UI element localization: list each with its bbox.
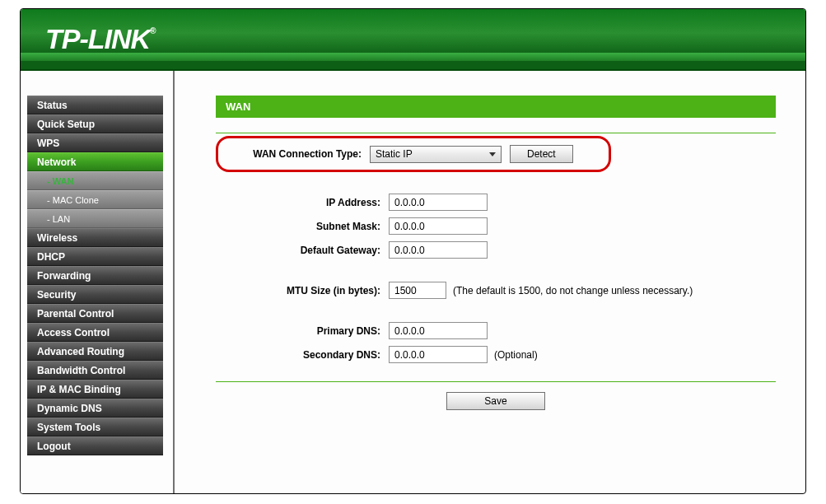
- sidebar-item[interactable]: Bandwidth Control: [27, 361, 163, 380]
- save-button[interactable]: Save: [446, 392, 545, 410]
- sidebar-item[interactable]: Forwarding: [27, 266, 163, 285]
- save-row: Save: [216, 381, 776, 410]
- header-stripe: [21, 53, 805, 61]
- divider: [216, 133, 776, 133]
- sidebar-subitem[interactable]: - MAC Clone: [27, 190, 163, 209]
- secondary-dns-label: Secondary DNS:: [216, 349, 389, 361]
- sidebar-item[interactable]: Advanced Routing: [27, 342, 163, 361]
- connection-type-dropdown[interactable]: Static IP: [370, 146, 502, 163]
- default-gateway-label: Default Gateway:: [216, 245, 389, 256]
- mtu-size-hint: (The default is 1500, do not change unle…: [453, 285, 693, 296]
- mtu-size-input[interactable]: [389, 282, 446, 299]
- chevron-down-icon: [489, 152, 496, 156]
- connection-type-highlight: WAN Connection Type: Static IP Detect: [216, 136, 611, 172]
- default-gateway-input[interactable]: [389, 241, 488, 259]
- sidebar-item[interactable]: System Tools: [27, 418, 163, 436]
- secondary-dns-hint: (Optional): [494, 349, 538, 361]
- page-title: WAN: [216, 96, 776, 118]
- detect-button[interactable]: Detect: [510, 145, 573, 163]
- primary-dns-input[interactable]: [389, 322, 488, 339]
- trademark: ®: [150, 26, 155, 35]
- router-admin-window: TP-LINK® StatusQuick SetupWPSNetwork- WA…: [20, 8, 806, 494]
- sidebar-item[interactable]: WPS: [27, 133, 163, 152]
- sidebar-item[interactable]: Access Control: [27, 323, 163, 342]
- connection-type-label: WAN Connection Type:: [230, 148, 362, 160]
- secondary-dns-input[interactable]: [389, 346, 488, 363]
- sidebar-item[interactable]: Wireless: [27, 228, 163, 247]
- subnet-mask-label: Subnet Mask:: [216, 221, 389, 232]
- main-panel: WAN WAN Connection Type: Static IP Detec…: [175, 71, 805, 493]
- sidebar-item[interactable]: Network: [27, 152, 163, 171]
- sidebar-item[interactable]: Logout: [27, 436, 163, 455]
- header: TP-LINK®: [21, 9, 805, 71]
- sidebar-subitem[interactable]: - LAN: [27, 209, 163, 228]
- primary-dns-label: Primary DNS:: [216, 325, 389, 337]
- ip-address-input[interactable]: [389, 194, 488, 211]
- sidebar-item[interactable]: DHCP: [27, 247, 163, 266]
- brand-logo: TP-LINK®: [45, 23, 155, 55]
- sidebar-item[interactable]: Dynamic DNS: [27, 399, 163, 418]
- subnet-mask-input[interactable]: [389, 217, 488, 235]
- sidebar-item[interactable]: Status: [27, 96, 163, 114]
- sidebar-item[interactable]: IP & MAC Binding: [27, 380, 163, 399]
- sidebar-item[interactable]: Parental Control: [27, 304, 163, 323]
- brand-text: TP-LINK: [45, 23, 150, 54]
- connection-type-value: Static IP: [376, 148, 413, 160]
- sidebar-subitem[interactable]: - WAN: [27, 171, 163, 190]
- sidebar-item[interactable]: Quick Setup: [27, 114, 163, 133]
- sidebar: StatusQuick SetupWPSNetwork- WAN- MAC Cl…: [21, 71, 165, 493]
- ip-address-label: IP Address:: [216, 197, 389, 208]
- mtu-size-label: MTU Size (in bytes):: [216, 285, 389, 296]
- sidebar-item[interactable]: Security: [27, 285, 163, 304]
